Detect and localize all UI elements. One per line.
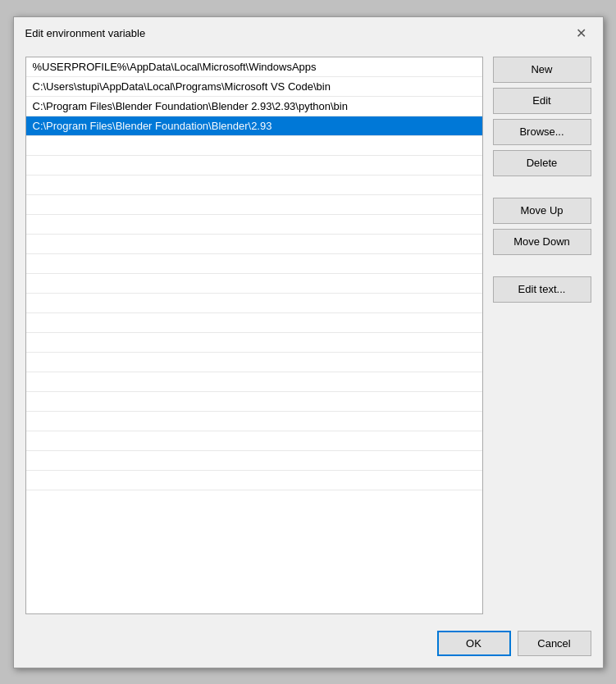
move-up-button[interactable]: Move Up bbox=[493, 198, 591, 224]
list-item[interactable] bbox=[26, 392, 482, 412]
dialog-footer: OK Cancel bbox=[14, 626, 603, 668]
spacer-2 bbox=[493, 260, 591, 271]
list-item[interactable] bbox=[26, 235, 482, 254]
list-item[interactable]: C:\Users\stupi\AppData\Local\Programs\Mi… bbox=[26, 77, 482, 97]
list-item[interactable] bbox=[26, 195, 482, 215]
list-item[interactable] bbox=[26, 254, 482, 274]
list-item[interactable] bbox=[26, 333, 482, 353]
list-item[interactable] bbox=[26, 372, 482, 392]
move-down-button[interactable]: Move Down bbox=[493, 229, 591, 255]
list-item[interactable] bbox=[26, 313, 482, 333]
list-item[interactable] bbox=[26, 294, 482, 313]
list-item[interactable]: C:\Program Files\Blender Foundation\Blen… bbox=[26, 97, 482, 116]
env-variable-list[interactable]: %USERPROFILE%\AppData\Local\Microsoft\Wi… bbox=[25, 57, 483, 614]
list-item[interactable] bbox=[26, 136, 482, 156]
edit-env-variable-dialog: Edit environment variable ✕ %USERPROFILE… bbox=[13, 16, 604, 668]
delete-button[interactable]: Delete bbox=[493, 150, 591, 176]
list-item[interactable] bbox=[26, 156, 482, 176]
new-button[interactable]: New bbox=[493, 57, 591, 83]
list-item[interactable] bbox=[26, 471, 482, 490]
dialog-title: Edit environment variable bbox=[25, 27, 146, 39]
list-item[interactable] bbox=[26, 412, 482, 431]
title-bar: Edit environment variable ✕ bbox=[14, 17, 603, 48]
list-item[interactable] bbox=[26, 215, 482, 235]
dialog-body: %USERPROFILE%\AppData\Local\Microsoft\Wi… bbox=[14, 48, 603, 626]
list-item[interactable] bbox=[26, 176, 482, 195]
buttons-panel: New Edit Browse... Delete Move Up Move D… bbox=[493, 57, 591, 614]
close-button[interactable]: ✕ bbox=[571, 25, 591, 42]
list-item[interactable]: %USERPROFILE%\AppData\Local\Microsoft\Wi… bbox=[26, 57, 482, 77]
cancel-button[interactable]: Cancel bbox=[518, 631, 591, 656]
list-item[interactable] bbox=[26, 353, 482, 372]
spacer-1 bbox=[493, 181, 591, 193]
edit-text-button[interactable]: Edit text... bbox=[493, 276, 591, 303]
list-item[interactable] bbox=[26, 274, 482, 294]
list-item[interactable] bbox=[26, 431, 482, 451]
list-item[interactable]: C:\Program Files\Blender Foundation\Blen… bbox=[26, 116, 482, 136]
browse-button[interactable]: Browse... bbox=[493, 119, 591, 145]
list-item[interactable] bbox=[26, 451, 482, 471]
ok-button[interactable]: OK bbox=[437, 631, 511, 656]
edit-button[interactable]: Edit bbox=[493, 88, 591, 114]
